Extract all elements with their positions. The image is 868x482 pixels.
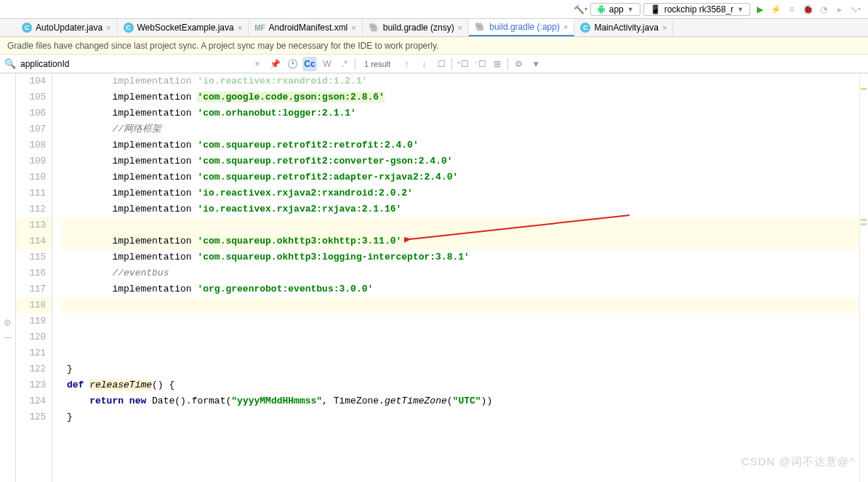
watermark: CSDN @词不达意@^ — [742, 455, 855, 469]
code-line[interactable]: implementation 'io.reactivex.rxjava2:rxj… — [63, 201, 868, 217]
tab-autoupdater-java[interactable]: CAutoUpdater.java× — [16, 19, 118, 36]
code-line[interactable]: implementation 'io.reactivex:rxandroid:1… — [63, 73, 868, 89]
remove-selection-icon[interactable]: ⁻☐ — [473, 57, 487, 71]
coverage-icon[interactable]: ▸ — [833, 3, 846, 16]
next-match-icon[interactable]: ↓ — [417, 57, 431, 71]
collapse-icon[interactable]: — — [4, 332, 12, 342]
code-line[interactable]: implementation 'com.google.code.gson:gso… — [63, 89, 868, 105]
line-number-gutter: 1041051061071081091101111121131141151161… — [16, 73, 52, 482]
class-icon: C — [124, 23, 134, 33]
line-number: 111 — [16, 185, 52, 201]
code-line[interactable]: //网络框架 — [63, 121, 868, 137]
prev-match-icon[interactable]: ↑ — [399, 57, 414, 71]
code-line[interactable]: implementation 'org.greenrobot:eventbus:… — [63, 281, 868, 297]
code-line[interactable]: implementation 'io.reactivex.rxjava2:rxa… — [63, 185, 868, 201]
line-number: 121 — [16, 345, 52, 361]
line-number: 120 — [16, 329, 52, 345]
divider — [355, 58, 355, 70]
android-icon — [597, 5, 606, 14]
debug-icon[interactable]: 🐞 — [801, 3, 814, 16]
line-number: 106 — [16, 105, 52, 121]
code-line[interactable] — [63, 313, 868, 329]
chevron-down-icon: ▼ — [627, 6, 634, 13]
line-number: 122 — [16, 361, 52, 377]
search-icon: 🔍 — [4, 58, 16, 69]
stripe-warning[interactable] — [861, 88, 867, 90]
filter-icon[interactable]: ▼ — [529, 57, 543, 71]
tab-label: build.gradle (znsy) — [383, 23, 454, 33]
code-line[interactable]: implementation 'com.squareup.retrofit2:c… — [63, 153, 868, 169]
find-bar: 🔍 × 📌 🕐 Cc W .* 1 result ↑ ↓ ☐ ⁺☐ ⁻☐ ⊞ ⚙… — [0, 55, 868, 73]
match-case-button[interactable]: Cc — [302, 57, 317, 71]
run-icon[interactable]: ▶ — [753, 3, 766, 16]
stripe-mark[interactable] — [861, 223, 867, 225]
history-icon[interactable]: 🕐 — [285, 57, 300, 71]
gradle-icon: 🐘 — [475, 22, 486, 32]
device-dropdown[interactable]: 📱 rockchip rk3568_r ▼ — [643, 3, 750, 16]
tab-websocketexample-java[interactable]: CWebSocketExample.java× — [118, 19, 249, 36]
error-stripe — [859, 73, 868, 482]
code-line[interactable]: implementation 'com.squareup.retrofit2:a… — [63, 169, 868, 185]
code-line[interactable]: } — [63, 361, 868, 377]
code-line[interactable]: implementation 'com.squareup.okhttp3:log… — [63, 249, 868, 265]
close-icon[interactable]: × — [662, 23, 667, 32]
chevron-down-icon: ▼ — [737, 6, 744, 13]
code-line[interactable]: implementation 'com.squareup.okhttp3:okh… — [63, 233, 868, 249]
editor-tabs: CAutoUpdater.java×CWebSocketExample.java… — [0, 19, 868, 37]
search-result-count: 1 result — [358, 60, 396, 68]
run-config-dropdown[interactable]: app ▼ — [590, 3, 640, 16]
toggle-icon[interactable]: ⊞ — [490, 57, 505, 71]
tab-androidmanifest-xml[interactable]: MFAndroidManifest.xml× — [249, 19, 363, 36]
close-icon[interactable]: × — [458, 23, 462, 32]
stripe-mark[interactable] — [861, 219, 867, 221]
code-area[interactable]: implementation 'io.reactivex:rxandroid:1… — [63, 73, 868, 482]
tab-label: MainActivity.java — [594, 23, 658, 33]
add-selection-icon[interactable]: ⁺☐ — [455, 57, 470, 71]
line-number: 118 — [16, 297, 52, 313]
run-config-label: app — [609, 4, 624, 15]
line-number: 114 — [16, 233, 52, 249]
hammer-icon[interactable]: 🔨▾ — [574, 3, 587, 16]
code-line[interactable]: } — [63, 409, 868, 425]
close-icon[interactable]: × — [563, 23, 568, 31]
select-all-icon[interactable]: ☐ — [434, 57, 449, 71]
clear-search-icon[interactable]: × — [250, 57, 265, 71]
search-input[interactable] — [20, 59, 246, 69]
left-tool-gutter: ⚙ — — [0, 73, 16, 482]
line-number: 110 — [16, 169, 52, 185]
tab-label: build.gradle (:app) — [489, 22, 560, 32]
code-line[interactable]: implementation 'com.squareup.retrofit2:r… — [63, 137, 868, 153]
code-line[interactable]: def releaseTime() { — [63, 377, 868, 393]
code-line[interactable] — [63, 217, 868, 233]
code-line[interactable] — [63, 345, 868, 361]
tab-build-gradle-znsy-[interactable]: 🐘build.gradle (znsy)× — [363, 19, 469, 36]
tab-build-gradle-app-[interactable]: 🐘build.gradle (:app)× — [469, 19, 574, 36]
line-number: 104 — [16, 73, 52, 89]
line-number: 108 — [16, 137, 52, 153]
manifest-icon: MF — [254, 24, 265, 32]
close-icon[interactable]: × — [351, 23, 355, 32]
sync-notification-bar: Gradle files have changed since last pro… — [0, 37, 868, 55]
tab-mainactivity-java[interactable]: CMainActivity.java× — [574, 19, 673, 36]
close-icon[interactable]: × — [238, 23, 242, 32]
more-icon[interactable]: ∿▾ — [849, 3, 862, 16]
code-line[interactable]: //eventbus — [63, 265, 868, 281]
pin-icon[interactable]: 📌 — [268, 57, 282, 71]
settings-icon[interactable]: ⚙ — [511, 57, 526, 71]
class-icon: C — [580, 23, 590, 33]
fold-gutter — [52, 73, 63, 482]
regex-button[interactable]: .* — [337, 57, 352, 71]
words-button[interactable]: W — [320, 57, 334, 71]
apply-changes-icon[interactable]: ⚡ — [769, 3, 782, 16]
code-line[interactable] — [63, 297, 868, 313]
close-icon[interactable]: × — [106, 23, 110, 32]
code-line[interactable]: implementation 'com.orhanobut:logger:2.1… — [63, 105, 868, 121]
apply-code-icon[interactable]: ≡ — [785, 3, 798, 16]
code-line[interactable]: return new Date().format("yyyyMMddHHmmss… — [63, 393, 868, 409]
main-toolbar: 🔨▾ app ▼ 📱 rockchip rk3568_r ▼ ▶ ⚡ ≡ 🐞 ◔… — [0, 0, 868, 19]
divider — [507, 58, 508, 70]
profile-icon[interactable]: ◔ — [817, 3, 830, 16]
gear-icon[interactable]: ⚙ — [4, 318, 12, 328]
code-line[interactable] — [63, 329, 868, 345]
editor: ⚙ — 104105106107108109110111112113114115… — [0, 73, 868, 482]
